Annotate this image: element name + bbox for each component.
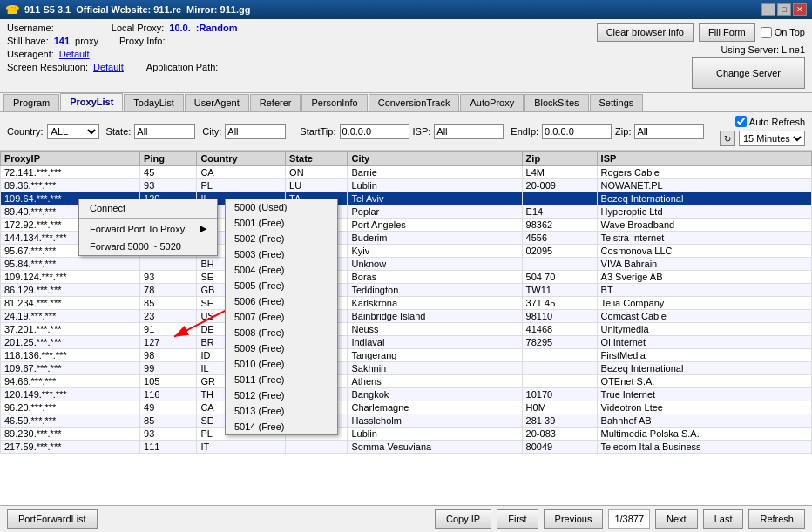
previous-button[interactable]: Previous — [544, 509, 604, 529]
tab-program[interactable]: Program — [3, 94, 59, 111]
context-forward-port[interactable]: Forward Port To Proxy ▶ — [79, 219, 217, 238]
minimize-button[interactable]: ─ — [761, 3, 775, 16]
next-button[interactable]: Next — [655, 509, 698, 529]
table-row[interactable]: 72.141.***.***45CAONBarrieL4MRogers Cabl… — [1, 166, 812, 179]
screen-res-value[interactable]: Default — [93, 62, 124, 72]
table-row[interactable]: 37.201.***.***91DENeuss41468Unitymedia — [1, 323, 812, 336]
tab-referer[interactable]: Referer — [250, 94, 301, 111]
table-row[interactable]: 217.59.***.***111ITSomma Vesuviana80049T… — [1, 441, 812, 454]
col-zip[interactable]: Zip — [522, 152, 597, 166]
submenu-port-item[interactable]: 5012 (Free) — [226, 387, 337, 403]
cell-isp: Wave Broadband — [597, 219, 811, 232]
maximize-button[interactable]: □ — [777, 3, 791, 16]
first-button[interactable]: First — [497, 509, 538, 529]
table-row[interactable]: 118.136.***.***98IDTangerangFirstMedia — [1, 349, 812, 362]
submenu-port-item[interactable]: 5008 (Free) — [226, 325, 337, 340]
country-select[interactable]: ALL — [47, 124, 99, 139]
cell-zip: 98110 — [522, 310, 597, 323]
submenu-port-item[interactable]: 5010 (Free) — [226, 356, 337, 372]
close-button[interactable]: ✕ — [793, 3, 807, 16]
cell-isp: Telstra Internet — [597, 232, 811, 245]
tab-useragent[interactable]: UserAgent — [185, 94, 249, 111]
refresh-icon[interactable]: ↻ — [720, 131, 735, 146]
submenu-port-item[interactable]: 5009 (Free) — [226, 340, 337, 356]
submenu-port-item[interactable]: 5004 (Free) — [226, 262, 337, 278]
submenu-port-item[interactable]: 5003 (Free) — [226, 246, 337, 262]
local-proxy-port: :Random — [196, 23, 238, 33]
cell-ping: 99 — [140, 362, 197, 375]
isp-input[interactable] — [434, 124, 504, 139]
refresh-button[interactable]: Refresh — [748, 509, 805, 529]
table-row[interactable]: 46.59.***.***85SEHassleholm281 39Bahnhof… — [1, 414, 812, 428]
context-forward-range[interactable]: Forward 5000 ~ 5020 — [79, 238, 217, 255]
table-row[interactable]: 24.19.***.***23USBainbridge Island98110C… — [1, 310, 812, 323]
table-row[interactable]: 94.66.***.***105GRAthensOTEnet S.A. — [1, 375, 812, 388]
auto-refresh-label[interactable]: Auto Refresh — [735, 116, 805, 127]
filter-bar: Country: ALL State: City: StartTip: ISP:… — [0, 112, 812, 151]
submenu-port-item[interactable]: 5011 (Free) — [226, 372, 337, 387]
cell-ip: 120.149.***.*** — [1, 388, 140, 401]
cell-zip: H0M — [522, 401, 597, 414]
tab-blocksites[interactable]: BlockSites — [524, 94, 588, 111]
last-button[interactable]: Last — [703, 509, 744, 529]
useragent-value[interactable]: Default — [59, 49, 90, 59]
on-top-checkbox[interactable] — [761, 27, 772, 38]
table-row[interactable]: 109.67.***.***99ILSakhninBezeq Internati… — [1, 362, 812, 375]
table-row[interactable]: 81.234.***.***85SEKarlskrona371 45Telia … — [1, 297, 812, 310]
col-state[interactable]: State — [286, 152, 348, 166]
port-forward-list-button[interactable]: PortForwardList — [7, 509, 98, 529]
cell-ip: 95.84.***.*** — [1, 258, 140, 271]
cell-city: Boras — [348, 271, 522, 284]
col-country[interactable]: Country — [197, 152, 286, 166]
table-row[interactable]: 86.129.***.***78GBTeddingtonTW11BT — [1, 284, 812, 297]
copy-ip-button[interactable]: Copy IP — [435, 509, 491, 529]
cell-zip: 10170 — [522, 388, 597, 401]
zip-input[interactable] — [634, 124, 704, 139]
change-server-button[interactable]: Change Server — [692, 57, 805, 89]
clear-browser-button[interactable]: Clear browser info — [597, 23, 694, 42]
tab-autoproxy[interactable]: AutoProxy — [460, 94, 524, 111]
table-row[interactable]: 95.84.***.***BHUnknowVIVA Bahrain — [1, 258, 812, 271]
state-input[interactable] — [134, 124, 195, 139]
col-city[interactable]: City — [348, 152, 522, 166]
tab-settings[interactable]: Settings — [590, 94, 644, 111]
start-tip-label: StartTip: — [300, 126, 335, 137]
cell-isp: Oi Internet — [597, 336, 811, 349]
table-row[interactable]: 96.20.***.***49CACharlemagneH0MVideotron… — [1, 401, 812, 414]
mirror-link[interactable]: Mirror: 911.gg — [186, 4, 250, 15]
on-top-checkbox-label[interactable]: On Top — [761, 27, 805, 38]
submenu-port-item[interactable]: 5006 (Free) — [226, 293, 337, 309]
tab-personinfo[interactable]: PersonInfo — [301, 94, 367, 111]
cell-city: Bangkok — [348, 388, 522, 401]
tab-todaylist[interactable]: TodayList — [124, 94, 183, 111]
city-input[interactable] — [225, 124, 286, 139]
website-link[interactable]: Official Website: 911.re — [76, 4, 181, 15]
start-ip-input[interactable] — [340, 124, 409, 139]
submenu-port-item[interactable]: 5000 (Used) — [226, 199, 337, 215]
table-row[interactable]: 109.124.***.***93SEBoras504 70A3 Sverige… — [1, 271, 812, 284]
end-ip-input[interactable] — [542, 124, 612, 139]
col-proxyip[interactable]: ProxyIP — [1, 152, 140, 166]
context-connect[interactable]: Connect — [79, 199, 217, 217]
col-isp[interactable]: ISP — [597, 152, 811, 166]
cell-isp: Telia Company — [597, 297, 811, 310]
fill-form-button[interactable]: Fill Form — [699, 23, 755, 42]
submenu-port-item[interactable]: 5002 (Free) — [226, 231, 337, 246]
table-row[interactable]: 201.25.***.***127BRIndiavai78295Oi Inter… — [1, 336, 812, 349]
tab-proxylist[interactable]: ProxyList — [60, 93, 123, 111]
submenu-port-item[interactable]: 5001 (Free) — [226, 215, 337, 231]
cell-city: Poplar — [348, 205, 522, 219]
submenu-port-item[interactable]: 5014 (Free) — [226, 419, 337, 434]
table-row[interactable]: 120.149.***.***116THBangkok10170True Int… — [1, 388, 812, 401]
minutes-select[interactable]: 15 Minutes — [739, 131, 805, 146]
auto-refresh-checkbox[interactable] — [735, 116, 747, 127]
col-ping[interactable]: Ping — [140, 152, 197, 166]
submenu-port-item[interactable]: 5013 (Free) — [226, 403, 337, 419]
app-title: 911 S5 3.1 — [24, 4, 71, 15]
tab-conversiontrack[interactable]: ConversionTrack — [369, 94, 460, 111]
submenu-port-item[interactable]: 5007 (Free) — [226, 309, 337, 325]
cell-isp: Comcast Cable — [597, 310, 811, 323]
table-row[interactable]: 89.36.***.***93PLLULublin20-009NOWANET.P… — [1, 179, 812, 192]
table-row[interactable]: 89.230.***.***93PLLublin20-083Multimedia… — [1, 428, 812, 441]
submenu-port-item[interactable]: 5005 (Free) — [226, 278, 337, 293]
